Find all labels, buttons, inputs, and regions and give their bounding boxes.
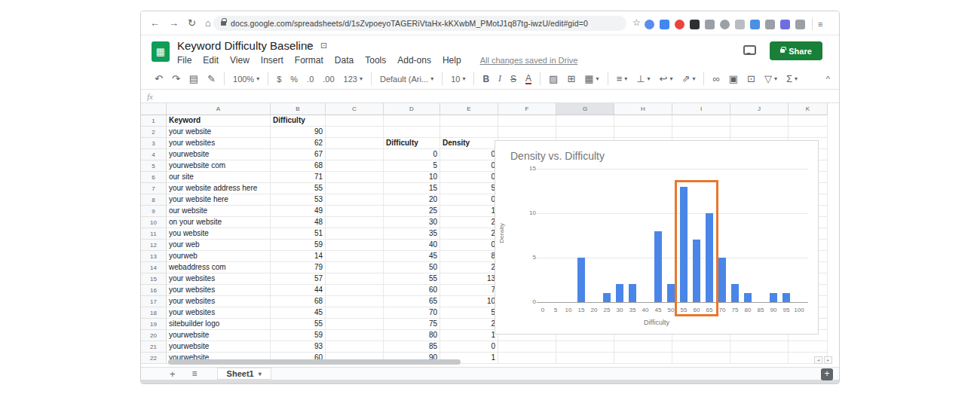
- row-number[interactable]: 6: [141, 172, 167, 183]
- cell-b8[interactable]: 53: [271, 194, 326, 206]
- cell-a7[interactable]: your website address here: [167, 183, 271, 194]
- merge-cells-icon[interactable]: ▦▾: [584, 73, 599, 84]
- cell-f22[interactable]: [498, 353, 556, 364]
- cell-d9[interactable]: 25: [384, 206, 440, 217]
- column-header-f[interactable]: F: [498, 103, 556, 115]
- decrease-decimal-icon[interactable]: .0: [307, 75, 314, 84]
- cell-c3[interactable]: [326, 138, 384, 149]
- cell-e10[interactable]: 2: [440, 217, 498, 228]
- cell-b2[interactable]: 90: [271, 127, 326, 138]
- cell-d12[interactable]: 40: [384, 240, 440, 251]
- cell-b15[interactable]: 57: [271, 273, 326, 285]
- cell-b7[interactable]: 55: [271, 183, 326, 194]
- cell-d2[interactable]: [384, 127, 440, 138]
- cell-d3[interactable]: Difficulty: [384, 138, 440, 149]
- cell-d20[interactable]: 80: [384, 330, 440, 341]
- menu-edit[interactable]: Edit: [203, 55, 219, 66]
- insert-link-icon[interactable]: ∞: [712, 73, 719, 84]
- cell-a20[interactable]: yourwebsite: [167, 330, 271, 341]
- scroll-left-button[interactable]: ◂: [814, 356, 822, 364]
- cell-a11[interactable]: you website: [167, 228, 271, 240]
- bold-icon[interactable]: B: [482, 74, 489, 84]
- increase-decimal-icon[interactable]: .00: [323, 75, 334, 84]
- cell-c14[interactable]: [326, 262, 384, 273]
- column-header-i[interactable]: I: [672, 103, 730, 115]
- cell-g22[interactable]: [556, 353, 614, 364]
- cell-b11[interactable]: 51: [271, 228, 326, 240]
- column-header-g[interactable]: G: [556, 103, 614, 115]
- cell-a1[interactable]: Keyword: [167, 115, 271, 127]
- cell-d5[interactable]: 5: [384, 160, 440, 172]
- cell-d8[interactable]: 20: [384, 194, 440, 206]
- row-number[interactable]: 10: [141, 217, 167, 228]
- cell-a10[interactable]: on your website: [167, 217, 271, 228]
- bookmark-star-icon[interactable]: ☆: [632, 17, 641, 28]
- cell-a14[interactable]: webaddress com: [167, 262, 271, 273]
- cell-a19[interactable]: sitebuilder logo: [167, 319, 271, 330]
- address-bar[interactable]: docs.google.com/spreadsheets/d/1sZvpoeyo…: [213, 16, 626, 31]
- row-number[interactable]: 2: [141, 127, 167, 138]
- scroll-right-button[interactable]: ▸: [824, 356, 832, 364]
- cell-j1[interactable]: [730, 115, 789, 127]
- more-formats-icon[interactable]: 123▾: [344, 75, 363, 84]
- cell-c9[interactable]: [326, 206, 384, 217]
- cell-e2[interactable]: [440, 127, 498, 138]
- column-header-c[interactable]: C: [326, 103, 384, 115]
- column-header-j[interactable]: J: [730, 103, 789, 115]
- cell-i2[interactable]: [672, 127, 730, 138]
- cell-e11[interactable]: 2: [440, 228, 498, 240]
- cell-a5[interactable]: yourwebsite com: [167, 160, 271, 172]
- cell-k2[interactable]: [789, 127, 828, 138]
- cell-h1[interactable]: [614, 115, 672, 127]
- insert-chart-icon[interactable]: ⊡: [747, 73, 755, 84]
- row-number[interactable]: 3: [141, 138, 167, 149]
- cell-c15[interactable]: [326, 273, 384, 285]
- add-sheet-button[interactable]: +: [170, 368, 176, 380]
- extension-icon[interactable]: [720, 20, 730, 29]
- cell-e16[interactable]: 7: [440, 285, 498, 296]
- cell-f2[interactable]: [498, 127, 556, 138]
- column-header-k[interactable]: K: [789, 103, 828, 115]
- extension-icon[interactable]: [795, 20, 805, 29]
- cell-g2[interactable]: [556, 127, 614, 138]
- cell-e13[interactable]: 8: [440, 251, 498, 262]
- row-number[interactable]: 14: [141, 262, 167, 273]
- cell-c17[interactable]: [326, 296, 384, 307]
- cell-g21[interactable]: [556, 341, 614, 353]
- cell-d15[interactable]: 55: [384, 273, 440, 285]
- row-number[interactable]: 5: [141, 160, 167, 172]
- cell-j21[interactable]: [730, 341, 789, 353]
- back-icon[interactable]: ←: [150, 17, 160, 29]
- extension-icon[interactable]: [660, 20, 669, 29]
- cell-c5[interactable]: [326, 160, 384, 172]
- formula-bar[interactable]: fx: [141, 90, 839, 103]
- cell-d13[interactable]: 45: [384, 251, 440, 262]
- cell-c19[interactable]: [326, 319, 384, 330]
- italic-icon[interactable]: I: [498, 73, 501, 84]
- cell-c4[interactable]: [326, 149, 384, 160]
- cell-f1[interactable]: [498, 115, 556, 127]
- extension-icon[interactable]: [765, 20, 775, 29]
- cell-e18[interactable]: 5: [440, 307, 498, 319]
- column-header-a[interactable]: A: [167, 103, 271, 115]
- horizontal-scrollbar[interactable]: [168, 359, 461, 365]
- cell-j22[interactable]: [730, 353, 789, 364]
- row-number[interactable]: 7: [141, 183, 167, 194]
- filter-icon[interactable]: ▽▾: [764, 73, 777, 84]
- column-header-e[interactable]: E: [440, 103, 498, 115]
- cell-d19[interactable]: 75: [384, 319, 440, 330]
- row-number[interactable]: 21: [141, 341, 167, 353]
- sheet-tab[interactable]: Sheet1 ▾: [217, 368, 271, 380]
- cell-c20[interactable]: [326, 330, 384, 341]
- cell-b14[interactable]: 79: [271, 262, 326, 273]
- star-document-icon[interactable]: ☆: [305, 41, 313, 50]
- cell-b20[interactable]: 59: [271, 330, 326, 341]
- cell-a13[interactable]: yourweb: [167, 251, 271, 262]
- insert-comment-icon[interactable]: ▣: [729, 73, 738, 84]
- cell-i21[interactable]: [672, 341, 730, 353]
- undo-icon[interactable]: ↶: [155, 73, 163, 84]
- zoom-select[interactable]: 100%▾: [233, 75, 259, 84]
- text-wrap-icon[interactable]: ↩▾: [660, 73, 673, 84]
- cell-a18[interactable]: your websites: [167, 307, 271, 319]
- extension-icon[interactable]: [645, 20, 654, 29]
